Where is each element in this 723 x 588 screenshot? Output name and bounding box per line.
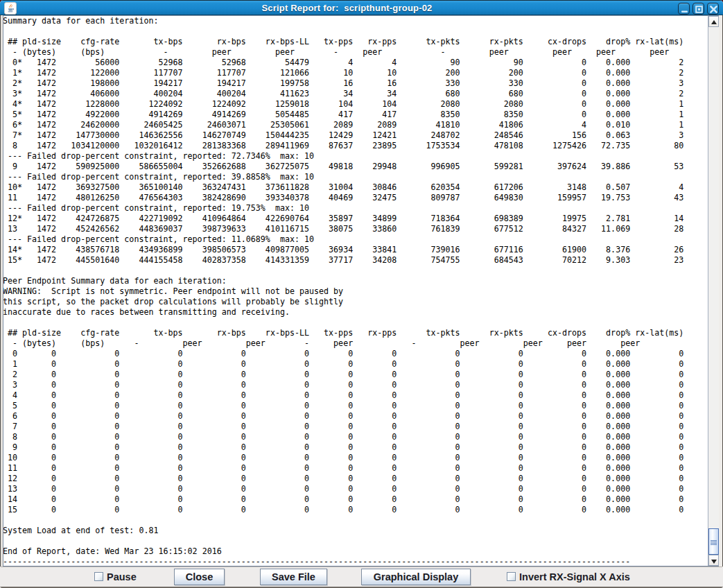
java-coffee-cup-glyph xyxy=(5,3,16,14)
invert-rx-signal-checkbox[interactable] xyxy=(507,572,516,581)
vertical-scrollbar[interactable] xyxy=(708,15,719,566)
pause-checkbox[interactable] xyxy=(94,572,103,581)
maximize-button[interactable] xyxy=(692,3,704,15)
java-application-icon xyxy=(4,2,17,15)
scrollbar-thumb[interactable] xyxy=(708,528,719,555)
maximize-icon xyxy=(694,4,704,15)
thumb-grip-icon xyxy=(711,540,717,541)
invert-rx-signal-label: Invert RX-Signal X Axis xyxy=(519,571,630,582)
save-file-button-label: Save File xyxy=(272,569,315,585)
script-report-window: Script Report for: scripthunt-group-02 S… xyxy=(0,0,723,588)
report-area: Summary data for each iteration: ## pld-… xyxy=(0,15,723,567)
window-title: Script Report for: scripthunt-group-02 xyxy=(18,1,676,15)
close-button-label: Close xyxy=(186,569,214,585)
scroll-down-button[interactable] xyxy=(708,555,719,566)
scroll-up-button[interactable] xyxy=(708,16,719,27)
down-arrow-icon xyxy=(711,560,717,564)
close-button[interactable]: Close xyxy=(174,569,225,585)
report-text[interactable]: Summary data for each iteration: ## pld-… xyxy=(3,16,683,566)
minimize-button[interactable] xyxy=(678,3,690,15)
close-icon xyxy=(708,4,719,15)
close-window-button[interactable] xyxy=(707,3,719,15)
graphical-display-button-label: Graphical Display xyxy=(374,569,459,585)
graphical-display-button[interactable]: Graphical Display xyxy=(361,569,471,585)
minimize-icon xyxy=(679,4,690,15)
window-left-frame-edge xyxy=(0,15,1,567)
report-viewport: Summary data for each iteration: ## pld-… xyxy=(3,15,708,566)
footer-toolbar: Pause Close Save File Graphical Display … xyxy=(1,567,722,587)
up-arrow-icon xyxy=(711,20,717,24)
save-file-button[interactable]: Save File xyxy=(260,569,327,585)
pause-label: Pause xyxy=(107,571,137,582)
titlebar[interactable]: Script Report for: scripthunt-group-02 xyxy=(0,0,723,15)
